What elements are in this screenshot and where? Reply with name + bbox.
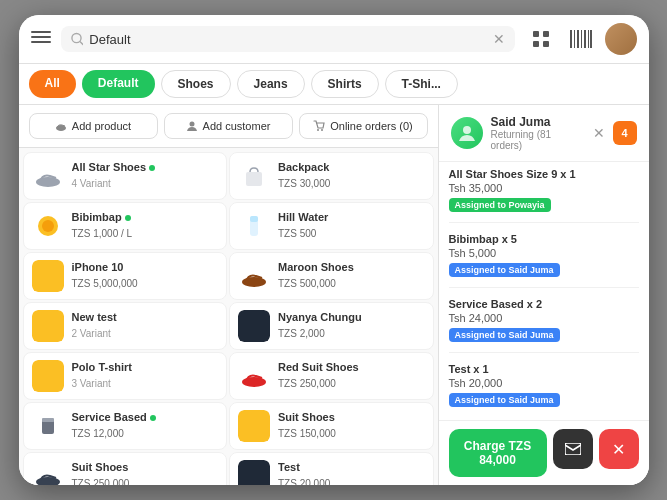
email-button[interactable] [553, 429, 593, 469]
tab-all[interactable]: All [29, 70, 76, 98]
action-bar: Add product Add customer Online ord [19, 105, 438, 148]
product-info: Suit Shoes TZS 250,000 [72, 461, 219, 485]
product-item[interactable]: Backpack TZS 30,000 [229, 152, 434, 200]
svg-rect-15 [590, 30, 592, 48]
customer-close-icon[interactable]: ✕ [593, 125, 605, 141]
product-thumb [32, 310, 64, 342]
svg-rect-8 [543, 41, 549, 47]
product-info: Red Suit Shoes TZS 250,000 [278, 361, 425, 391]
menu-icon[interactable] [31, 27, 51, 52]
cart-badge: 4 [613, 121, 637, 145]
product-name: Suit Shoes [72, 461, 219, 473]
shoe-icon [55, 120, 67, 132]
tab-jeans[interactable]: Jeans [237, 70, 305, 98]
product-info: Service Based TZS 12,000 [72, 411, 219, 441]
svg-point-33 [463, 126, 471, 134]
product-info: iPhone 10 TZS 5,000,000 [72, 261, 219, 291]
products-grid: All Star Shoes 4 Variant Backpack TZS 30… [19, 148, 438, 485]
product-info: Test TZS 20,000 [278, 461, 425, 485]
product-thumb [32, 460, 64, 485]
product-name: iPhone 10 [72, 261, 219, 273]
cart-icon [313, 120, 325, 132]
svg-point-17 [189, 122, 194, 127]
order-list: All Star Shoes Size 9 x 1 Tsh 35,000 Ass… [439, 162, 649, 420]
svg-rect-9 [570, 30, 572, 48]
product-item[interactable]: Maroon Shoes TZS 500,000 [229, 252, 434, 300]
product-thumb [32, 410, 64, 442]
product-info: Hill Water TZS 500 [278, 211, 425, 241]
product-item[interactable]: New test 2 Variant [23, 302, 228, 350]
order-badge: Assigned to Said Juma [449, 328, 560, 342]
order-item-name: Service Based x 2 [449, 298, 639, 310]
product-item[interactable]: Bibimbap TZS 1,000 / L [23, 202, 228, 250]
svg-point-19 [321, 129, 323, 131]
order-item-price: Tsh 5,000 [449, 247, 639, 259]
person-icon [186, 120, 198, 132]
svg-rect-14 [588, 30, 589, 48]
tab-shoes[interactable]: Shoes [161, 70, 231, 98]
svg-rect-12 [581, 30, 582, 48]
product-thumb [238, 460, 270, 485]
product-item[interactable]: Hill Water TZS 500 [229, 202, 434, 250]
product-thumb [238, 310, 270, 342]
left-panel: Add product Add customer Online ord [19, 105, 439, 485]
product-item[interactable]: Red Suit Shoes TZS 250,000 [229, 352, 434, 400]
product-name: Test [278, 461, 425, 473]
svg-line-4 [80, 42, 83, 45]
product-item[interactable]: Test TZS 20,000 [229, 452, 434, 485]
product-name: Polo T-shirt [72, 361, 219, 373]
charge-button[interactable]: Charge TZS 84,000 [449, 429, 547, 477]
tab-default[interactable]: Default [82, 70, 155, 98]
product-name: Red Suit Shoes [278, 361, 425, 373]
product-name: Nyanya Chungu [278, 311, 425, 323]
product-item[interactable]: Suit Shoes TZS 250,000 [23, 452, 228, 485]
svg-point-18 [317, 129, 319, 131]
order-item-price: Tsh 35,000 [449, 182, 639, 194]
barcode-icon[interactable] [565, 23, 597, 55]
main-content: Add product Add customer Online ord [19, 105, 649, 485]
svg-rect-11 [577, 30, 579, 48]
order-item-name: Test x 1 [449, 363, 639, 375]
product-name: All Star Shoes [72, 161, 219, 173]
product-name: Suit Shoes [278, 411, 425, 423]
grid-view-icon[interactable] [525, 23, 557, 55]
customer-avatar [451, 117, 483, 149]
tab-shirts[interactable]: Shirts [311, 70, 379, 98]
category-tabs: All Default Shoes Jeans Shirts T-Shi... [19, 64, 649, 105]
customer-info: Said Juma Returning (81 orders) [491, 115, 585, 151]
user-avatar[interactable] [605, 23, 637, 55]
order-item: Bibimbap x 5 Tsh 5,000 Assigned to Said … [449, 233, 639, 288]
add-product-button[interactable]: Add product [29, 113, 158, 139]
product-info: Maroon Shoes TZS 500,000 [278, 261, 425, 291]
product-item[interactable]: Polo T-shirt 3 Variant [23, 352, 228, 400]
product-item[interactable]: Service Based TZS 12,000 [23, 402, 228, 450]
add-customer-button[interactable]: Add customer [164, 113, 293, 139]
product-thumb [32, 210, 64, 242]
order-badge: Assigned to Said Juma [449, 393, 560, 407]
product-item[interactable]: iPhone 10 TZS 5,000,000 [23, 252, 228, 300]
order-item-price: Tsh 20,000 [449, 377, 639, 389]
search-clear-icon[interactable]: ✕ [493, 31, 505, 47]
product-name: Backpack [278, 161, 425, 173]
tab-tshi[interactable]: T-Shi... [385, 70, 458, 98]
svg-rect-29 [42, 418, 54, 422]
svg-rect-28 [42, 420, 54, 434]
svg-rect-34 [565, 443, 581, 455]
product-item[interactable]: Nyanya Chungu TZS 2,000 [229, 302, 434, 350]
svg-rect-7 [533, 41, 539, 47]
tablet-frame: ✕ [19, 15, 649, 485]
svg-point-20 [36, 177, 60, 187]
product-thumb [32, 160, 64, 192]
product-info: Backpack TZS 30,000 [278, 161, 425, 191]
product-item[interactable]: All Star Shoes 4 Variant [23, 152, 228, 200]
cancel-order-button[interactable]: ✕ [599, 429, 639, 469]
svg-rect-6 [543, 31, 549, 37]
search-input[interactable] [89, 32, 486, 47]
customer-header: Said Juma Returning (81 orders) ✕ 4 [439, 105, 649, 162]
online-orders-button[interactable]: Online orders (0) [299, 113, 428, 139]
order-badge: Assigned to Powayia [449, 198, 551, 212]
order-badge: Assigned to Said Juma [449, 263, 560, 277]
product-item[interactable]: Suit Shoes TZS 150,000 [229, 402, 434, 450]
svg-point-27 [242, 377, 266, 387]
product-info: Polo T-shirt 3 Variant [72, 361, 219, 391]
